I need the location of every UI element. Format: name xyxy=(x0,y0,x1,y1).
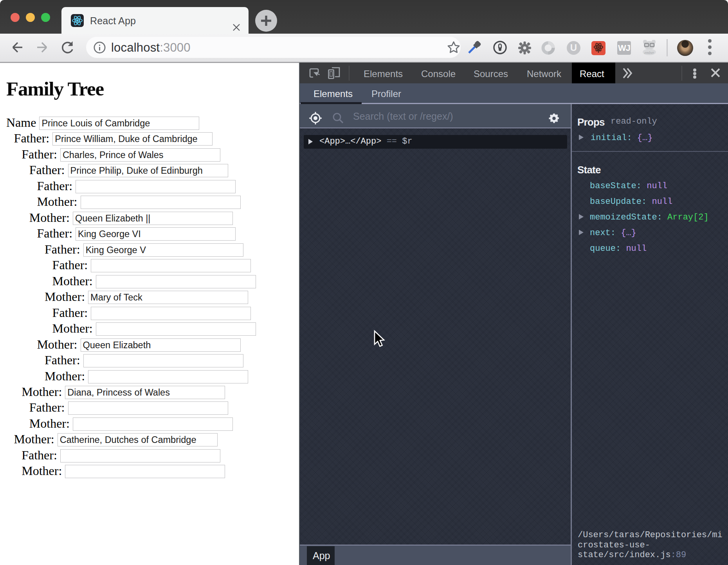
svg-text:ember: ember xyxy=(645,50,654,55)
